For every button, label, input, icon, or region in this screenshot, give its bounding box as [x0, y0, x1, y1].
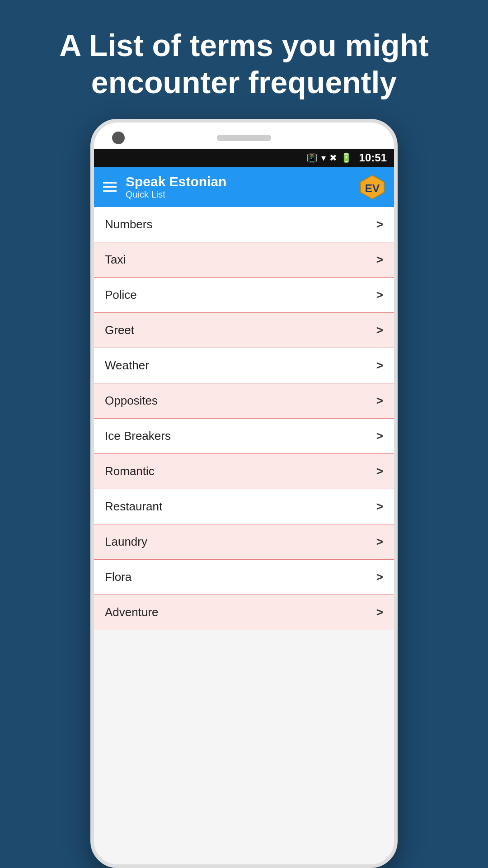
wifi-icon: ▾ — [321, 152, 326, 163]
chevron-right-icon: > — [376, 217, 383, 231]
list-item-label: Taxi — [105, 253, 126, 267]
list-item-label: Ice Breakers — [105, 429, 171, 443]
page-header: A List of terms you might encounter freq… — [0, 0, 488, 119]
list-item[interactable]: Taxi> — [94, 242, 394, 278]
list-item-label: Greet — [105, 323, 134, 337]
app-logo: EV — [360, 175, 385, 200]
chevron-right-icon: > — [376, 500, 383, 514]
list-item[interactable]: Police> — [94, 278, 394, 313]
chevron-right-icon: > — [376, 394, 383, 408]
clock: 10:51 — [359, 151, 387, 164]
hamburger-menu-icon[interactable] — [103, 182, 117, 192]
vibrate-icon: 📳 — [306, 152, 318, 163]
phone-speaker — [217, 135, 271, 141]
no-signal-icon: ✖ — [329, 152, 337, 163]
list-item[interactable]: Adventure> — [94, 595, 394, 630]
app-subtitle: Quick List — [126, 189, 351, 200]
header-text: A List of terms you might encounter freq… — [18, 27, 470, 101]
chevron-right-icon: > — [376, 464, 383, 478]
list-item-label: Police — [105, 288, 137, 302]
chevron-right-icon: > — [376, 359, 383, 373]
chevron-right-icon: > — [376, 605, 383, 619]
list-item[interactable]: Weather> — [94, 348, 394, 383]
list-item-label: Numbers — [105, 217, 152, 231]
phone-camera — [112, 132, 125, 144]
list-item-label: Weather — [105, 359, 149, 373]
list-container: Numbers>Taxi>Police>Greet>Weather>Opposi… — [94, 207, 394, 864]
phone-container: 📳 ▾ ✖ 🔋 10:51 Speak Estonian Quick List … — [90, 119, 398, 868]
phone-top — [94, 123, 394, 149]
list-item-label: Romantic — [105, 464, 155, 478]
list-item[interactable]: Opposites> — [94, 383, 394, 419]
list-item-label: Restaurant — [105, 500, 162, 514]
list-item[interactable]: Flora> — [94, 560, 394, 595]
list-item-label: Laundry — [105, 535, 147, 549]
chevron-right-icon: > — [376, 253, 383, 267]
status-bar: 📳 ▾ ✖ 🔋 10:51 — [94, 149, 394, 167]
list-item[interactable]: Restaurant> — [94, 489, 394, 524]
chevron-right-icon: > — [376, 323, 383, 337]
chevron-right-icon: > — [376, 429, 383, 443]
list-item[interactable]: Numbers> — [94, 207, 394, 242]
chevron-right-icon: > — [376, 570, 383, 584]
battery-icon: 🔋 — [341, 152, 352, 163]
list-item-label: Flora — [105, 570, 131, 584]
list-item[interactable]: Greet> — [94, 313, 394, 348]
chevron-right-icon: > — [376, 288, 383, 302]
list-item[interactable]: Romantic> — [94, 454, 394, 489]
app-title-block: Speak Estonian Quick List — [126, 174, 351, 200]
list-item-label: Opposites — [105, 394, 158, 408]
list-item[interactable]: Laundry> — [94, 524, 394, 560]
app-header: Speak Estonian Quick List EV — [94, 167, 394, 207]
svg-text:EV: EV — [365, 182, 380, 194]
chevron-right-icon: > — [376, 535, 383, 549]
list-item[interactable]: Ice Breakers> — [94, 419, 394, 454]
app-title: Speak Estonian — [126, 174, 351, 189]
list-item-label: Adventure — [105, 605, 159, 619]
